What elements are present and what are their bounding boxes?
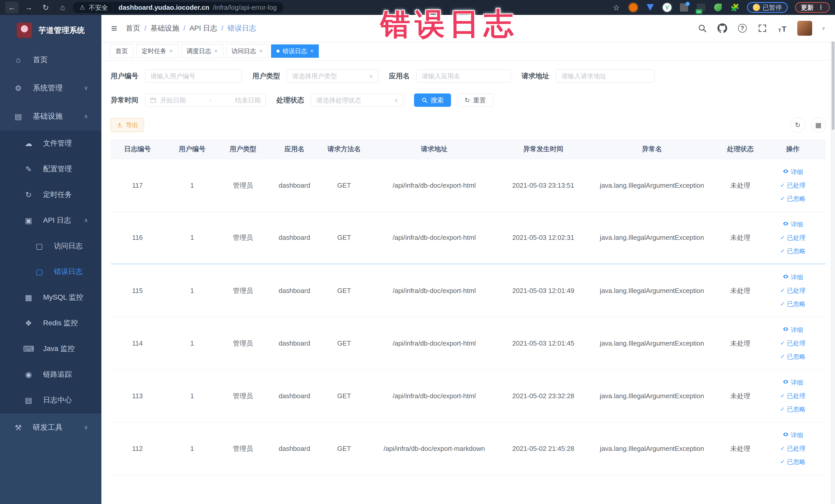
reload-icon[interactable]: ↻ — [39, 2, 53, 13]
close-icon[interactable]: × — [169, 48, 173, 55]
user-avatar[interactable] — [797, 21, 812, 36]
grid-extension-icon[interactable] — [679, 3, 689, 12]
action-processed-link[interactable]: ✓已处理 — [780, 286, 806, 295]
search-button[interactable]: 搜索 — [414, 94, 451, 107]
search-icon[interactable] — [697, 23, 708, 33]
sidebar-item-api-log[interactable]: ▣API 日志∧ — [0, 207, 101, 233]
sidebar-item-trace[interactable]: ◉链路追踪 — [0, 362, 101, 387]
github-icon[interactable] — [717, 23, 728, 33]
action-ignored-link[interactable]: ✓已忽略 — [780, 458, 806, 466]
app-name-input[interactable] — [416, 69, 511, 83]
chevron-up-icon: ∧ — [84, 113, 88, 120]
forward-icon[interactable]: → — [22, 2, 36, 13]
tab-error-log[interactable]: 错误日志× — [271, 44, 319, 58]
check-icon: ✓ — [780, 353, 785, 360]
sidebar-logo-row[interactable]: 芋道管理系统 — [0, 15, 101, 46]
sidebar-item-access-log[interactable]: ▢访问日志 — [0, 233, 101, 259]
breadcrumb-item[interactable]: 首页 — [126, 23, 140, 33]
sidebar-item-file-management[interactable]: ☁文件管理 — [0, 130, 101, 156]
sidebar-item-config-management[interactable]: ✎配置管理 — [0, 156, 101, 182]
action-ignored-link[interactable]: ✓已忽略 — [780, 247, 806, 255]
sidebar-item-log-center[interactable]: ▤日志中心 — [0, 387, 101, 413]
action-processed-link[interactable]: ✓已处理 — [780, 392, 806, 400]
sidebar-item-java-monitor[interactable]: ⌨Java 监控 — [0, 336, 101, 362]
action-detail-link[interactable]: 详细 — [782, 220, 803, 228]
action-detail-link[interactable]: 详细 — [782, 273, 803, 281]
action-detail-link[interactable]: 详细 — [782, 326, 803, 334]
sidebar-item-label: 基础设施 — [33, 111, 63, 121]
action-detail-link[interactable]: 详细 — [782, 379, 803, 387]
action-label: 已处理 — [787, 234, 806, 242]
action-detail-link[interactable]: 详细 — [782, 168, 803, 176]
column-settings-button[interactable]: ▦ — [811, 118, 826, 133]
close-icon[interactable]: × — [214, 48, 218, 55]
extensions-puzzle-icon[interactable]: 🧩 — [730, 3, 740, 12]
cell-actions: 详细✓已处理✓已忽略 — [760, 273, 826, 308]
action-ignored-link[interactable]: ✓已忽略 — [780, 405, 806, 414]
tab-label: 定时任务 — [142, 47, 166, 55]
switch-on-extension-icon[interactable] — [696, 3, 706, 12]
kebab-menu-icon[interactable]: ⋮ — [818, 4, 824, 11]
avatar-caret-icon[interactable]: ∨ — [822, 25, 825, 31]
user-type-select[interactable] — [287, 69, 378, 83]
sidebar-item-scheduled-tasks[interactable]: ↻定时任务 — [0, 182, 101, 207]
breadcrumb-item[interactable]: API 日志 — [189, 23, 218, 33]
action-ignored-link[interactable]: ✓已忽略 — [780, 300, 806, 308]
help-icon[interactable]: ? — [737, 23, 748, 33]
cell-status: 未处理 — [720, 181, 760, 190]
vue-devtools-icon[interactable]: V — [662, 3, 672, 12]
tab-scheduled-tasks[interactable]: 定时任务× — [136, 44, 178, 58]
scrollbar-track[interactable] — [831, 15, 835, 504]
sidebar-item-redis-monitor[interactable]: ❖Redis 监控 — [0, 310, 101, 336]
blue-drop-extension-icon[interactable] — [645, 3, 655, 12]
action-processed-link[interactable]: ✓已处理 — [780, 339, 806, 347]
close-icon[interactable]: × — [259, 48, 263, 55]
fullscreen-icon[interactable] — [757, 23, 768, 33]
tab-home[interactable]: 首页 — [110, 44, 133, 58]
date-range-picker[interactable]: 开始日期 - 结束日期 — [145, 94, 266, 107]
sidebar-item-system-management[interactable]: ⚙系统管理∨ — [0, 74, 101, 102]
action-ignored-link[interactable]: ✓已忽略 — [780, 352, 806, 361]
check-icon: ✓ — [780, 235, 785, 241]
request-url-input[interactable] — [556, 69, 655, 83]
sidebar-item-error-log[interactable]: ▢错误日志 — [0, 259, 101, 284]
calendar-icon — [150, 97, 157, 103]
home-icon[interactable]: ⌂ — [56, 2, 69, 13]
cell-exception-name: java.lang.IllegalArgumentException — [583, 339, 720, 347]
bookmark-star-icon[interactable]: ☆ — [611, 3, 621, 12]
paused-chip[interactable]: 已暂停 — [747, 2, 788, 13]
address-bar[interactable]: ⚠ 不安全 dashboard.yudao.iocoder.cn/infra/l… — [73, 2, 283, 13]
back-icon[interactable]: ← — [5, 2, 19, 13]
action-processed-link[interactable]: ✓已处理 — [780, 181, 806, 189]
process-status-select[interactable] — [311, 94, 403, 107]
cell-actions: 详细✓已处理✓已忽略 — [760, 431, 826, 466]
orange-extension-icon[interactable] — [628, 3, 638, 12]
action-ignored-link[interactable]: ✓已忽略 — [780, 195, 806, 203]
sidebar-item-infrastructure[interactable]: ▤基础设施∧ — [0, 102, 101, 130]
action-detail-link[interactable]: 详细 — [782, 431, 803, 439]
tab-schedule-log[interactable]: 调度日志× — [181, 44, 223, 58]
column-header: 操作 — [760, 144, 826, 154]
sidebar-item-mysql-monitor[interactable]: ▦MySQL 监控 — [0, 284, 101, 310]
sidebar-item-label: 链路追踪 — [43, 369, 72, 379]
cell-user-id: 1 — [164, 392, 220, 400]
action-processed-link[interactable]: ✓已处理 — [780, 234, 806, 242]
sidebar-item-home[interactable]: ⌂首页 — [0, 46, 101, 74]
close-icon[interactable]: × — [310, 48, 314, 55]
collapse-sidebar-icon[interactable]: ≡ — [111, 23, 117, 34]
reset-button[interactable]: ↻ 重置 — [457, 94, 493, 107]
leaf-extension-icon[interactable] — [713, 3, 723, 12]
sidebar-item-label: 研发工具 — [33, 422, 63, 432]
breadcrumb-item[interactable]: 基础设施 — [150, 23, 179, 33]
tab-access-log[interactable]: 访问日志× — [226, 44, 268, 58]
red-annotation-text: 错误日志 — [380, 4, 518, 45]
update-chrome-button[interactable]: 更新 ⋮ — [795, 2, 830, 13]
refresh-table-button[interactable]: ↻ — [790, 118, 805, 133]
font-size-icon[interactable]: TT — [777, 23, 788, 33]
sidebar-item-dev-tools[interactable]: ⚒研发工具∨ — [0, 414, 101, 442]
export-button[interactable]: 导出 — [110, 118, 144, 132]
action-processed-link[interactable]: ✓已处理 — [780, 444, 806, 452]
user-id-input[interactable] — [145, 69, 242, 83]
security-label: 不安全 — [89, 3, 108, 12]
app-title: 芋道管理系统 — [39, 25, 85, 36]
